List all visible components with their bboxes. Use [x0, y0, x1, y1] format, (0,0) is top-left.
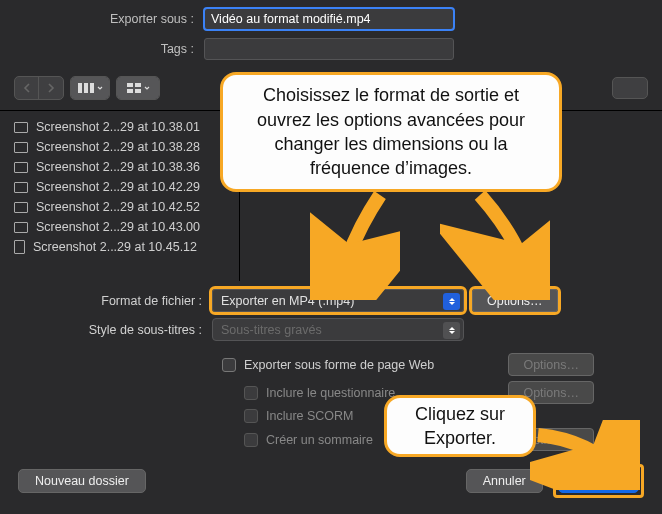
svg-rect-1 — [84, 83, 88, 93]
image-icon — [14, 142, 28, 153]
list-item[interactable]: Screenshot 2...29 at 10.45.12 — [0, 237, 239, 257]
arrow-icon — [310, 190, 400, 300]
image-icon — [14, 162, 28, 173]
file-name: Screenshot 2...29 at 10.38.01 — [36, 120, 200, 134]
list-item[interactable]: Screenshot 2...29 at 10.38.28 — [0, 137, 239, 157]
include-quiz-checkbox — [244, 386, 258, 400]
forward-button[interactable] — [39, 77, 63, 99]
tags-input[interactable] — [204, 38, 454, 60]
file-name: Screenshot 2...29 at 10.43.00 — [36, 220, 200, 234]
view-columns-button[interactable] — [71, 77, 109, 99]
back-button[interactable] — [15, 77, 39, 99]
svg-rect-2 — [90, 83, 94, 93]
file-name: Screenshot 2...29 at 10.45.12 — [33, 240, 197, 254]
image-icon — [14, 122, 28, 133]
svg-rect-0 — [78, 83, 82, 93]
export-as-label: Exporter sous : — [0, 12, 204, 26]
file-format-label: Format de fichier : — [0, 294, 212, 308]
include-scorm-checkbox — [244, 409, 258, 423]
list-item[interactable]: Screenshot 2...29 at 10.43.00 — [0, 217, 239, 237]
create-summary-checkbox — [244, 433, 258, 447]
tags-label: Tags : — [0, 42, 204, 56]
file-name: Screenshot 2...29 at 10.38.28 — [36, 140, 200, 154]
include-scorm-label: Inclure SCORM — [266, 409, 354, 423]
callout-format: Choisissez le format de sortie et ouvrez… — [220, 72, 562, 192]
export-web-checkbox[interactable] — [222, 358, 236, 372]
svg-rect-6 — [135, 89, 141, 93]
file-list: Screenshot 2...29 at 10.38.01 Screenshot… — [0, 111, 240, 281]
image-icon — [14, 202, 28, 213]
web-options-button: Options… — [508, 353, 594, 376]
group-by-button[interactable] — [117, 77, 159, 99]
list-item[interactable]: Screenshot 2...29 at 10.38.01 — [0, 117, 239, 137]
search-button[interactable] — [612, 77, 648, 99]
image-icon — [14, 222, 28, 233]
export-web-label: Exporter sous forme de page Web — [244, 358, 434, 372]
arrow-icon — [440, 190, 550, 300]
file-name: Screenshot 2...29 at 10.42.29 — [36, 180, 200, 194]
svg-rect-4 — [135, 83, 141, 87]
filename-input[interactable] — [204, 8, 454, 30]
create-summary-label: Créer un sommaire — [266, 433, 373, 447]
file-name: Screenshot 2...29 at 10.38.36 — [36, 160, 200, 174]
subtitle-style-select: Sous-titres gravés — [212, 318, 464, 341]
subtitle-style-value: Sous-titres gravés — [221, 323, 322, 337]
subtitle-style-label: Style de sous-titres : — [0, 323, 212, 337]
new-folder-button[interactable]: Nouveau dossier — [18, 469, 146, 493]
arrow-icon — [530, 420, 640, 490]
svg-rect-3 — [127, 83, 133, 87]
svg-rect-5 — [127, 89, 133, 93]
list-item[interactable]: Screenshot 2...29 at 10.38.36 — [0, 157, 239, 177]
list-item[interactable]: Screenshot 2...29 at 10.42.29 — [0, 177, 239, 197]
file-name: Screenshot 2...29 at 10.42.52 — [36, 200, 200, 214]
chevron-updown-icon — [443, 322, 460, 339]
image-icon — [14, 182, 28, 193]
list-item[interactable]: Screenshot 2...29 at 10.42.52 — [0, 197, 239, 217]
include-quiz-label: Inclure le questionnaire — [266, 386, 395, 400]
callout-export: Cliquez sur Exporter. — [384, 395, 536, 457]
image-icon — [14, 240, 25, 254]
